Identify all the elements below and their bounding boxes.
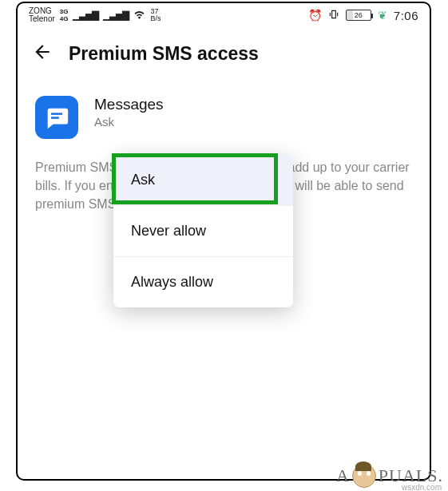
signal-bars-icon: ▁▃▅▇: [103, 10, 129, 21]
watermark-url: wsxdn.com: [402, 483, 442, 491]
carrier-labels: ZONG Telenor: [29, 7, 55, 23]
status-left: ZONG Telenor 3G 4G ▁▃▅▇ ▁▃▅▇ 37 B/s: [29, 7, 161, 23]
alarm-icon: ⏰: [308, 9, 322, 22]
messages-app-icon: [35, 96, 78, 139]
svg-rect-1: [51, 117, 59, 119]
clock-time: 7:06: [394, 9, 418, 22]
phone-screen: ZONG Telenor 3G 4G ▁▃▅▇ ▁▃▅▇ 37 B/s ⏰: [16, 2, 431, 481]
dropdown-option-always-allow[interactable]: Always allow: [113, 257, 293, 307]
svg-rect-0: [51, 113, 62, 115]
app-text-block: Messages Ask: [94, 96, 164, 129]
watermark-face-icon: [352, 464, 376, 488]
battery-icon: 26: [346, 10, 371, 21]
status-bar: ZONG Telenor 3G 4G ▁▃▅▇ ▁▃▅▇ 37 B/s ⏰: [18, 3, 430, 27]
page-header: Premium SMS access: [18, 27, 430, 73]
net-1: 3G: [60, 9, 69, 15]
carrier-2: Telenor: [29, 15, 55, 23]
dropdown-option-ask[interactable]: Ask: [113, 155, 293, 206]
net-2: 4G: [60, 16, 69, 22]
wifi-icon: [133, 10, 145, 22]
network-type-labels: 3G 4G: [60, 9, 69, 22]
dropdown-option-never-allow[interactable]: Never allow: [113, 206, 293, 257]
app-permission-row[interactable]: Messages Ask: [18, 73, 430, 142]
eco-leaf-icon: ❦: [378, 9, 387, 22]
data-rate-unit: B/s: [150, 15, 161, 22]
back-arrow-icon[interactable]: [32, 42, 53, 65]
app-status-value: Ask: [94, 115, 164, 129]
permission-dropdown: Ask Never allow Always allow: [113, 155, 293, 307]
status-right: ⏰ 26 ❦ 7:06: [308, 9, 418, 22]
app-name: Messages: [94, 96, 164, 113]
page-title: Premium SMS access: [69, 43, 259, 65]
data-rate: 37 B/s: [150, 8, 161, 22]
vibrate-icon: [328, 9, 339, 22]
battery-percent: 26: [355, 11, 363, 19]
watermark-text-left: A: [336, 465, 350, 486]
signal-bars-icon: ▁▃▅▇: [73, 10, 98, 21]
